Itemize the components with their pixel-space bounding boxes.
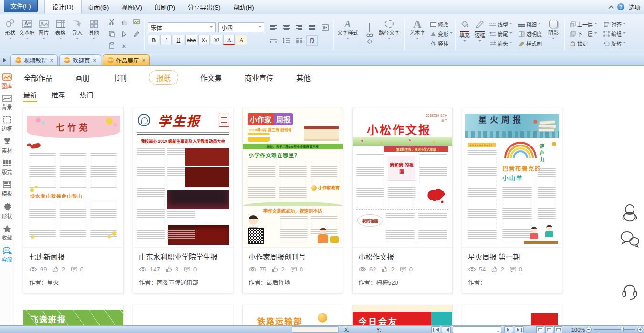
wordart-deform-button[interactable]: 变形 (430, 30, 453, 38)
menu-print[interactable]: 印刷(P) (148, 0, 181, 14)
border-button[interactable]: 边框 (472, 16, 488, 52)
line-spacing-icon[interactable] (280, 35, 292, 46)
sidebar-item-background[interactable]: 背景 (0, 94, 14, 112)
work-card[interactable]: 铁路运输部 (242, 305, 343, 325)
wordart-button[interactable]: A 艺术字 (406, 16, 429, 52)
previous-page-button[interactable] (442, 326, 451, 333)
sidebar-item-layout[interactable]: 版式 (0, 158, 14, 177)
style-brush-button[interactable]: 样式刷 (518, 40, 542, 48)
category-books[interactable]: 书刊 (112, 71, 128, 84)
help-icon[interactable]: ? (617, 3, 624, 10)
delete-icon[interactable]: × (118, 40, 130, 52)
tab-welcome-page[interactable]: DPS 欢迎页 × (59, 54, 101, 65)
select-cursor-icon[interactable] (118, 28, 130, 40)
sidebar-item-border[interactable]: 边框 (0, 114, 14, 134)
filter-latest[interactable]: 最新 (23, 89, 37, 100)
zoom-slider-thumb[interactable] (621, 327, 624, 332)
menu-view[interactable]: 视图(V) (115, 0, 148, 14)
work-card[interactable] (133, 305, 233, 325)
subscript-button[interactable]: X₂ (198, 35, 210, 45)
category-business-promo[interactable]: 商业宣传 (244, 71, 274, 84)
lock-button[interactable]: 锁定 (569, 40, 597, 48)
sidebar-item-favorites[interactable]: 收藏 (0, 223, 14, 243)
line-weight-button[interactable]: 粗细 (518, 21, 542, 29)
filter-recommended[interactable]: 推荐 (51, 89, 65, 100)
zoom-out-button[interactable]: − (586, 327, 592, 333)
fit-view-button[interactable] (536, 326, 544, 333)
underline-button[interactable]: U (173, 35, 184, 45)
page-view-button[interactable] (554, 326, 562, 333)
page-select-combo[interactable] (453, 326, 501, 333)
picture-tool-icon[interactable] (130, 16, 143, 28)
tab-video-tutorial[interactable]: DPS 视频教程 × (10, 54, 58, 65)
cut-icon[interactable] (105, 16, 118, 28)
work-card[interactable]: 学生报 我校举办 2019 级新生军训及入学教育动员大会 (133, 108, 233, 293)
copy-icon[interactable] (105, 28, 118, 40)
justify-icon[interactable] (306, 22, 318, 33)
category-other[interactable]: 其他 (295, 71, 312, 84)
text-style-button[interactable]: A 文字样式 (335, 16, 360, 52)
normal-view-button[interactable] (545, 326, 553, 333)
work-card[interactable]: 2019年9月17日周二 小松作文报 第1期 主办：秋河小学六年级 我和我 的祖… (352, 108, 453, 293)
work-thumbnail[interactable]: 星火周报 巴音布鲁克的 (462, 108, 562, 248)
close-tab-icon[interactable]: × (142, 57, 145, 63)
next-page-button[interactable] (504, 326, 513, 333)
wordart-modify-button[interactable]: 修改 (430, 21, 453, 29)
paste-icon[interactable] (105, 40, 118, 52)
close-tab-icon[interactable]: × (93, 57, 96, 63)
file-menu-button[interactable]: 文件(F) (4, 0, 38, 12)
menu-share-export[interactable]: 分享导出(S) (181, 0, 227, 14)
italic-button[interactable]: I (160, 35, 172, 45)
menu-help[interactable]: 帮助(H) (227, 0, 260, 14)
bold-button[interactable]: B (148, 35, 159, 45)
columns-icon[interactable] (293, 35, 305, 46)
work-card[interactable]: 今日会友 (352, 305, 453, 325)
path-text-button[interactable]: 路径文字 (376, 16, 403, 52)
font-color-button[interactable]: A (223, 35, 235, 45)
shadow-button[interactable]: 阴影 (544, 16, 563, 52)
arrow-head-button[interactable]: 箭头 (489, 40, 512, 48)
tab-list-expand-button[interactable] (1, 55, 9, 65)
other-insert-button[interactable]: 其他 (85, 16, 102, 52)
work-card[interactable] (462, 305, 562, 325)
category-newspapers[interactable]: 报纸 (149, 70, 178, 85)
paragraph-settings-button[interactable]: 段 (306, 35, 318, 46)
wechat-contact-icon[interactable] (619, 229, 641, 249)
picture-button[interactable]: 图片 (35, 16, 52, 52)
sidebar-item-support[interactable]: 客服 (0, 245, 14, 265)
category-all-works[interactable]: 全部作品 (23, 71, 53, 84)
font-size-select[interactable]: 小四 (218, 22, 264, 32)
table-button[interactable]: 表格 (52, 16, 69, 52)
shapes-button[interactable]: 形状 (2, 16, 19, 52)
category-albums[interactable]: 画册 (74, 71, 91, 84)
hyperlink-icon[interactable] (366, 33, 373, 37)
qq-contact-icon[interactable] (619, 203, 641, 223)
align-right-icon[interactable] (293, 22, 305, 33)
category-essay-collections[interactable]: 作文集 (199, 71, 223, 84)
image-fill-icon[interactable] (369, 23, 370, 32)
work-card[interactable]: 小作家周报 2019年9月 第三周 创刊号 地址：东平二路168号小作家教育三楼… (242, 108, 343, 293)
superscript-button[interactable]: X² (211, 35, 222, 45)
highlight-color-button[interactable]: A (236, 35, 247, 45)
last-page-button[interactable] (515, 326, 524, 333)
text-direction-icon[interactable] (319, 22, 331, 33)
sidebar-item-shape[interactable]: 形状 (0, 201, 14, 221)
menu-page[interactable]: 页面(G) (82, 0, 115, 14)
first-page-button[interactable] (431, 326, 440, 333)
menu-design[interactable]: 设计(D) (44, 0, 82, 14)
import-button[interactable]: 导入 (69, 16, 85, 52)
textbox-button[interactable]: 文本框 (19, 16, 35, 52)
align-objects-button[interactable]: 对齐 (603, 21, 626, 29)
transparency-button[interactable]: 透明度 (518, 30, 542, 38)
sidebar-item-material[interactable]: 素材 (0, 136, 14, 156)
group-button[interactable]: 编组 (603, 30, 626, 38)
sidebar-item-gallery[interactable]: 图库 (0, 72, 14, 91)
send-backward-button[interactable]: 下一层 (569, 30, 597, 38)
zoom-in-button[interactable]: + (637, 327, 643, 333)
arrow-tail-button[interactable]: 箭尾 (489, 30, 512, 38)
options-button[interactable]: 选项 (629, 3, 640, 11)
align-left-icon[interactable] (268, 22, 279, 33)
line-type-button[interactable]: 线型 (489, 21, 512, 29)
wordart-vertical-button[interactable]: 竖排 (430, 40, 453, 48)
collapse-ribbon-icon[interactable] (608, 5, 613, 10)
